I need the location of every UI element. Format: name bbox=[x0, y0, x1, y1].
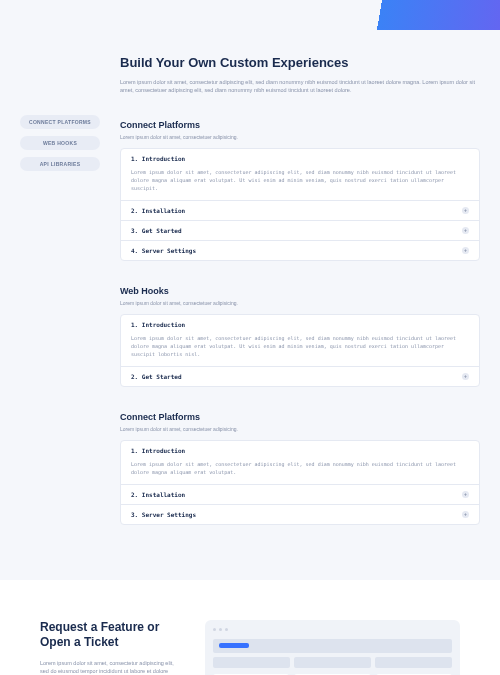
section-title: Web Hooks bbox=[120, 286, 480, 296]
expand-icon: + bbox=[462, 247, 469, 254]
sidebar-nav: CONNECT PLATFORMS WEB HOOKS API LIBRARIE… bbox=[20, 55, 100, 550]
accordion-header[interactable]: 2. Installation+ bbox=[121, 485, 479, 504]
accordion-item: 3. Server Settings+ bbox=[121, 505, 479, 524]
accordion-item: 2. Installation+ bbox=[121, 485, 479, 505]
nav-connect-platforms[interactable]: CONNECT PLATFORMS bbox=[20, 115, 100, 129]
page-title: Build Your Own Custom Experiences bbox=[120, 55, 480, 70]
accordion-item: 2. Installation+ bbox=[121, 201, 479, 221]
accordion-item: 2. Get Started+ bbox=[121, 367, 479, 386]
accordion-header[interactable]: 3. Get Started+ bbox=[121, 221, 479, 240]
mockup-image bbox=[205, 620, 460, 676]
accordion-title: 2. Installation bbox=[131, 491, 185, 498]
accordion-item: 1. IntroductionLorem ipsum dolor sit ame… bbox=[121, 315, 479, 367]
accordion-header[interactable]: 1. Introduction bbox=[121, 149, 479, 168]
nav-api-libraries[interactable]: API LIBRARIES bbox=[20, 157, 100, 171]
accordion-item: 4. Server Settings+ bbox=[121, 241, 479, 260]
accordion-item: 3. Get Started+ bbox=[121, 221, 479, 241]
accordion-title: 2. Get Started bbox=[131, 373, 182, 380]
section-subtitle: Lorem ipsum dolor sit amet, consectetuer… bbox=[120, 300, 480, 306]
section-subtitle: Lorem ipsum dolor sit amet, consectetuer… bbox=[120, 426, 480, 432]
accordion-body: Lorem ipsum dolor sit amet, consectetuer… bbox=[121, 460, 479, 484]
section-title: Connect Platforms bbox=[120, 412, 480, 422]
accordion-item: 1. IntroductionLorem ipsum dolor sit ame… bbox=[121, 441, 479, 485]
accordion-title: 1. Introduction bbox=[131, 155, 185, 162]
expand-icon: + bbox=[462, 227, 469, 234]
accordion-title: 2. Installation bbox=[131, 207, 185, 214]
accordion-body: Lorem ipsum dolor sit amet, consectetuer… bbox=[121, 168, 479, 200]
accordion-header[interactable]: 3. Server Settings+ bbox=[121, 505, 479, 524]
section-subtitle: Lorem ipsum dolor sit amet, consectetuer… bbox=[120, 134, 480, 140]
page-lead: Lorem ipsum dolor sit amet, consectetur … bbox=[120, 78, 480, 95]
accordion: 1. IntroductionLorem ipsum dolor sit ame… bbox=[120, 440, 480, 525]
accordion-body: Lorem ipsum dolor sit amet, consectetuer… bbox=[121, 334, 479, 366]
accordion-title: 1. Introduction bbox=[131, 321, 185, 328]
main-content: Build Your Own Custom Experiences Lorem … bbox=[120, 55, 480, 550]
cta-title: Request a Feature or Open a Ticket bbox=[40, 620, 180, 651]
accordion-header[interactable]: 2. Installation+ bbox=[121, 201, 479, 220]
accordion-title: 3. Server Settings bbox=[131, 511, 196, 518]
accordion-header[interactable]: 2. Get Started+ bbox=[121, 367, 479, 386]
accordion-title: 4. Server Settings bbox=[131, 247, 196, 254]
cta-body: Lorem ipsum dolor sit amet, consectetur … bbox=[40, 659, 180, 675]
accordion-title: 3. Get Started bbox=[131, 227, 182, 234]
expand-icon: + bbox=[462, 207, 469, 214]
accordion-header[interactable]: 1. Introduction bbox=[121, 441, 479, 460]
nav-web-hooks[interactable]: WEB HOOKS bbox=[20, 136, 100, 150]
accordion-header[interactable]: 4. Server Settings+ bbox=[121, 241, 479, 260]
expand-icon: + bbox=[462, 373, 469, 380]
section-title: Connect Platforms bbox=[120, 120, 480, 130]
accordion: 1. IntroductionLorem ipsum dolor sit ame… bbox=[120, 314, 480, 387]
accordion-header[interactable]: 1. Introduction bbox=[121, 315, 479, 334]
cta-section: Request a Feature or Open a Ticket Lorem… bbox=[0, 580, 500, 676]
expand-icon: + bbox=[462, 491, 469, 498]
expand-icon: + bbox=[462, 511, 469, 518]
accordion: 1. IntroductionLorem ipsum dolor sit ame… bbox=[120, 148, 480, 261]
accordion-item: 1. IntroductionLorem ipsum dolor sit ame… bbox=[121, 149, 479, 201]
accordion-title: 1. Introduction bbox=[131, 447, 185, 454]
